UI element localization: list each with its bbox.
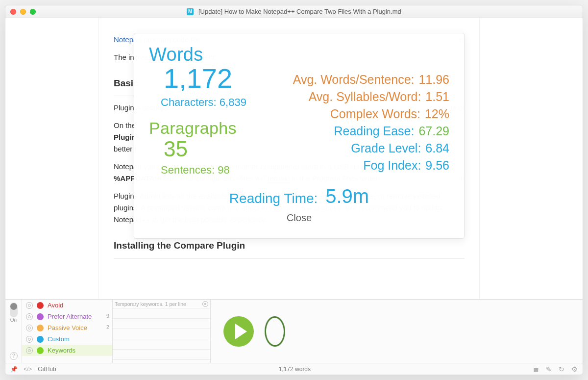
clear-keywords-icon[interactable]: × bbox=[202, 301, 208, 307]
highlighter-icon[interactable]: ✎ bbox=[546, 365, 552, 373]
zero-counter-icon bbox=[264, 316, 285, 347]
category-label: Keywords bbox=[48, 347, 75, 354]
status-github-label[interactable]: GitHub bbox=[38, 366, 56, 373]
close-button[interactable]: Close bbox=[149, 212, 449, 224]
reading-ease-label: Reading Ease: bbox=[334, 124, 414, 138]
fog-index-label: Fog Index: bbox=[363, 158, 421, 172]
sentences-value: 98 bbox=[218, 164, 229, 176]
category-label: Avoid bbox=[48, 302, 63, 309]
target-icon bbox=[26, 302, 33, 309]
characters-label: Characters: bbox=[161, 96, 217, 108]
close-window-icon[interactable] bbox=[10, 9, 16, 15]
keywords-column: Temporary keywords, 1 per line × bbox=[113, 300, 211, 363]
panel-toggle[interactable] bbox=[10, 303, 18, 317]
reading-ease-value: 67.29 bbox=[418, 124, 449, 138]
complex-words-value: 12% bbox=[425, 107, 449, 121]
status-bar: 📌 </> GitHub 1,172 words ≣ ✎ ↻ ⚙ bbox=[5, 363, 583, 375]
window-title-text: [Update] How to Make Notepad++ Compare T… bbox=[198, 8, 401, 15]
title-bar: M [Update] How to Make Notepad++ Compare… bbox=[5, 5, 583, 18]
traffic-lights bbox=[10, 9, 36, 15]
markdown-file-icon: M bbox=[187, 8, 194, 15]
category-passive-voice[interactable]: Passive Voice 2 bbox=[22, 322, 112, 333]
paragraphs-label: Paragraphs bbox=[149, 120, 267, 136]
toggle-on-label: On bbox=[10, 317, 18, 323]
target-icon bbox=[26, 347, 33, 354]
keywords-placeholder: Temporary keywords, 1 per line bbox=[115, 301, 186, 307]
target-icon bbox=[26, 313, 33, 320]
characters-value: 6,839 bbox=[220, 96, 246, 108]
dot-green-icon bbox=[37, 347, 44, 354]
avg-words-sentence-label: Avg. Words/Sentence: bbox=[293, 73, 415, 86]
fog-index-value: 9.56 bbox=[425, 158, 449, 172]
app-window: M [Update] How to Make Notepad++ Compare… bbox=[5, 5, 583, 375]
target-icon bbox=[26, 336, 33, 343]
statistics-panel: Words 1,172 Characters: 6,839 Paragraphs… bbox=[134, 33, 465, 239]
play-button[interactable] bbox=[223, 316, 254, 347]
category-label: Prefer Alternate bbox=[48, 313, 92, 320]
target-icon bbox=[26, 325, 33, 331]
grade-level-label: Grade Level: bbox=[351, 141, 421, 155]
refresh-icon[interactable]: ↻ bbox=[559, 365, 564, 373]
play-column bbox=[211, 300, 583, 363]
reading-time-value: 5.9m bbox=[325, 185, 369, 207]
keywords-input[interactable] bbox=[113, 308, 210, 360]
left-strip: On ? bbox=[5, 300, 22, 363]
sentences-label: Sentences: bbox=[161, 164, 215, 176]
dot-blue-icon bbox=[37, 336, 44, 343]
words-label: Words bbox=[149, 45, 267, 64]
avg-words-sentence-value: 11.96 bbox=[418, 73, 449, 86]
avg-syllables-word-label: Avg. Syllables/Word: bbox=[309, 90, 421, 103]
paragraphs-value: 35 bbox=[164, 138, 267, 160]
editor-viewport: Notepad program code for is The increase… bbox=[5, 18, 583, 299]
dot-orange-icon bbox=[37, 325, 44, 331]
dot-purple-icon bbox=[37, 313, 44, 320]
reading-time-label: Reading Time: bbox=[229, 191, 318, 206]
category-custom[interactable]: Custom bbox=[22, 333, 112, 345]
pin-icon[interactable]: 📌 bbox=[10, 366, 18, 373]
help-icon[interactable]: ? bbox=[10, 352, 18, 360]
code-icon[interactable]: </> bbox=[24, 366, 32, 373]
minimize-window-icon[interactable] bbox=[20, 9, 26, 15]
grade-level-value: 6.84 bbox=[425, 141, 449, 155]
category-prefer-alternate[interactable]: Prefer Alternate 9 bbox=[22, 311, 112, 322]
list-view-icon[interactable]: ≣ bbox=[533, 365, 539, 373]
words-value: 1,172 bbox=[164, 65, 267, 92]
category-label: Custom bbox=[48, 335, 70, 343]
avg-syllables-word-value: 1.51 bbox=[425, 90, 449, 103]
bottom-panel: On ? Avoid Prefer Alternate 9 Passive Vo… bbox=[5, 299, 583, 363]
heading-installing: Installing the Compare Plugin bbox=[114, 238, 465, 258]
category-list: Avoid Prefer Alternate 9 Passive Voice 2… bbox=[22, 300, 113, 363]
category-keywords[interactable]: Keywords bbox=[22, 345, 112, 356]
zoom-window-icon[interactable] bbox=[30, 9, 36, 15]
category-avoid[interactable]: Avoid bbox=[22, 300, 112, 311]
dot-red-icon bbox=[37, 302, 44, 309]
category-label: Passive Voice bbox=[48, 324, 87, 331]
complex-words-label: Complex Words: bbox=[330, 107, 420, 121]
status-word-count[interactable]: 1,172 words bbox=[279, 366, 311, 373]
window-title: M [Update] How to Make Notepad++ Compare… bbox=[5, 5, 583, 18]
gear-icon[interactable]: ⚙ bbox=[571, 365, 578, 373]
